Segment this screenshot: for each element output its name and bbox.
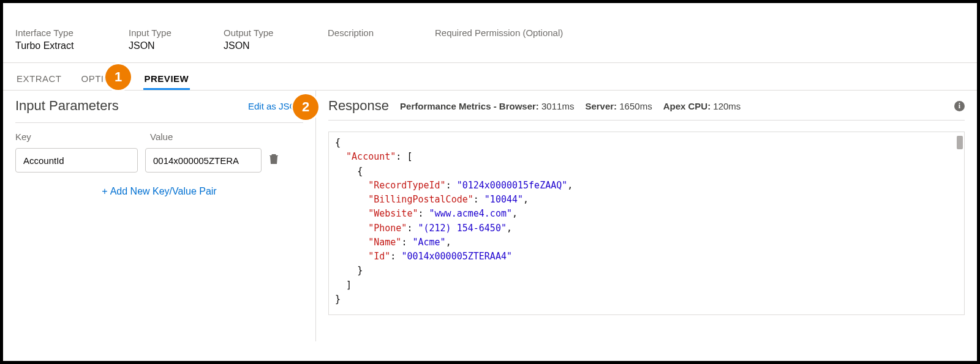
trash-icon[interactable] bbox=[269, 154, 279, 168]
metrics-browser-label: Browser: bbox=[499, 101, 539, 111]
response-pane: Response Performance Metrics - Browser: … bbox=[315, 91, 977, 341]
tabs-bar: EXTRACT OPTIONS PREVIEW 1 bbox=[3, 63, 977, 91]
field-value: JSON bbox=[224, 40, 328, 51]
field-label: Output Type bbox=[224, 28, 328, 38]
response-json-box[interactable]: { "Account": [ { "RecordTypeId": "0124x0… bbox=[328, 132, 965, 315]
response-json-content: { "Account": [ { "RecordTypeId": "0124x0… bbox=[329, 132, 964, 310]
metrics-server-value: 1650ms bbox=[619, 101, 652, 111]
field-label: Required Permission (Optional) bbox=[435, 28, 594, 38]
kv-value-input[interactable] bbox=[145, 148, 262, 173]
info-icon[interactable]: i bbox=[954, 101, 965, 111]
metrics-server-label: Server: bbox=[585, 101, 617, 111]
field-output-type: Output Type JSON bbox=[224, 28, 328, 51]
kv-key-input[interactable] bbox=[15, 148, 138, 173]
scrollbar-thumb[interactable] bbox=[957, 136, 963, 149]
svg-rect-1 bbox=[275, 157, 276, 162]
app-frame: Interface Type Turbo Extract Input Type … bbox=[0, 0, 980, 364]
input-parameters-pane: Input Parameters Edit as JSON Key Value … bbox=[3, 91, 315, 341]
field-required-permission: Required Permission (Optional) bbox=[435, 28, 594, 51]
plus-icon: + bbox=[102, 186, 107, 196]
field-value: Turbo Extract bbox=[15, 40, 129, 51]
input-parameters-header: Input Parameters Edit as JSON bbox=[15, 98, 303, 123]
field-label: Interface Type bbox=[15, 28, 129, 38]
callout-badge-2: 2 bbox=[293, 94, 318, 120]
kv-row bbox=[15, 146, 303, 175]
kv-header-value: Value bbox=[150, 132, 285, 142]
svg-rect-0 bbox=[272, 157, 273, 162]
panes: Input Parameters Edit as JSON Key Value … bbox=[3, 91, 977, 341]
tab-extract[interactable]: EXTRACT bbox=[15, 66, 63, 90]
input-parameters-title: Input Parameters bbox=[15, 98, 119, 114]
field-description: Description bbox=[328, 28, 435, 51]
metrics-apex-label: Apex CPU: bbox=[663, 101, 711, 111]
add-pair-label: Add New Key/Value Pair bbox=[110, 186, 217, 196]
svg-rect-2 bbox=[273, 157, 274, 162]
field-input-type: Input Type JSON bbox=[129, 28, 224, 51]
metrics-prefix: Performance Metrics - bbox=[400, 101, 499, 111]
detail-row: Interface Type Turbo Extract Input Type … bbox=[3, 28, 977, 63]
tab-preview[interactable]: PREVIEW bbox=[143, 66, 190, 90]
field-label: Description bbox=[328, 28, 435, 38]
field-interface-type: Interface Type Turbo Extract bbox=[15, 28, 129, 51]
field-value: JSON bbox=[129, 40, 224, 51]
kv-header-key: Key bbox=[15, 132, 150, 142]
field-label: Input Type bbox=[129, 28, 224, 38]
callout-badge-1: 1 bbox=[105, 64, 131, 90]
performance-metrics: Performance Metrics - Browser: 3011ms Se… bbox=[400, 101, 741, 111]
add-kv-pair-button[interactable]: +Add New Key/Value Pair bbox=[15, 175, 303, 197]
response-title: Response bbox=[328, 98, 389, 114]
kv-column-headers: Key Value bbox=[15, 123, 303, 146]
metrics-apex-value: 120ms bbox=[713, 101, 741, 111]
metrics-browser-value: 3011ms bbox=[541, 101, 574, 111]
response-header: Response Performance Metrics - Browser: … bbox=[328, 98, 965, 121]
